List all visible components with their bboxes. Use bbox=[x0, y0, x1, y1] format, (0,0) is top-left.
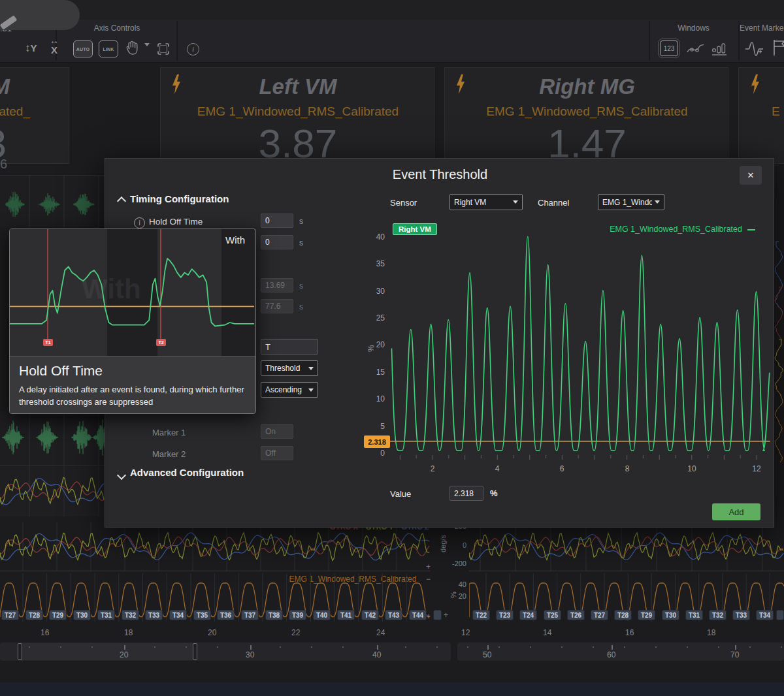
close-button[interactable]: ✕ bbox=[740, 166, 762, 185]
info-icon[interactable]: i bbox=[187, 38, 199, 60]
title-bar bbox=[0, 0, 784, 20]
threshold-chart[interactable] bbox=[387, 223, 773, 466]
lightning-bolt-icon bbox=[750, 74, 760, 95]
y-tick-label: 0 bbox=[365, 449, 385, 458]
pan-hand-icon[interactable] bbox=[125, 37, 140, 59]
sensor-select[interactable]: Right VM bbox=[449, 194, 523, 210]
timeline-marker[interactable]: T38 bbox=[265, 610, 283, 620]
card-subvalue: 6 bbox=[0, 157, 7, 172]
timeline-marker[interactable]: T36 bbox=[217, 610, 235, 620]
timeline-marker[interactable]: T25 bbox=[544, 610, 561, 620]
sensor-label: Sensor bbox=[390, 198, 417, 208]
timeline-marker[interactable]: T41 bbox=[337, 610, 355, 620]
add-button[interactable]: Add bbox=[712, 503, 760, 520]
timeline-marker[interactable]: T27 bbox=[1, 610, 19, 620]
timeline-marker[interactable]: T37 bbox=[241, 610, 259, 620]
timeline-marker[interactable]: T33 bbox=[732, 610, 750, 620]
timeline-marker[interactable]: T42 bbox=[361, 610, 379, 620]
timeline-marker[interactable]: T35 bbox=[193, 610, 211, 620]
y-tick-label: 40 bbox=[365, 232, 385, 242]
time-axis-label: 16 bbox=[41, 628, 49, 637]
threshold-value-input[interactable] bbox=[449, 486, 483, 501]
chevron-down-icon bbox=[513, 200, 518, 204]
x-axis-scale-icon[interactable]: ↔X bbox=[50, 34, 59, 56]
scrollbar-tick-dot bbox=[687, 646, 688, 648]
hold-off-info-icon[interactable]: i bbox=[134, 216, 145, 229]
timeline-marker[interactable]: T23 bbox=[496, 610, 514, 620]
event-name-input[interactable] bbox=[261, 339, 318, 355]
link-axes-icon[interactable]: LINK bbox=[99, 38, 118, 60]
timeline-marker[interactable]: T27 bbox=[591, 610, 608, 620]
app-window: :31 Axis Controls Windows Event Marker ↕… bbox=[0, 0, 784, 696]
hold-off-label: Hold Off Time bbox=[149, 217, 203, 227]
scrollbar-tick-dot bbox=[718, 646, 719, 648]
timeline-marker[interactable]: T34 bbox=[169, 610, 187, 620]
hold-off-input-1[interactable] bbox=[261, 214, 293, 228]
direction-select[interactable]: Ascending bbox=[261, 382, 318, 398]
timeline-marker[interactable]: T31 bbox=[685, 610, 703, 620]
timeline-marker[interactable]: T39 bbox=[289, 610, 306, 620]
timeline-marker[interactable]: T28 bbox=[614, 610, 632, 620]
threshold-value-badge[interactable]: 2.318 bbox=[364, 435, 390, 448]
event-flag-icon[interactable] bbox=[772, 37, 784, 59]
dialog-title: Event Threshold bbox=[340, 167, 540, 182]
zoom-region-icon[interactable] bbox=[155, 38, 171, 60]
timeline-marker[interactable]: T44 bbox=[409, 610, 427, 620]
timeline-marker[interactable]: T32 bbox=[709, 610, 727, 620]
time-axis-label: 12 bbox=[461, 628, 470, 637]
tooltip-text-panel: Hold Off Time A delay initiated after an… bbox=[10, 356, 255, 413]
hold-off-input-2[interactable] bbox=[261, 235, 293, 249]
add-marker-button[interactable]: + bbox=[444, 611, 448, 619]
bar-chart-icon[interactable] bbox=[711, 38, 728, 60]
toolbar-divider bbox=[176, 21, 178, 61]
y-tick-label: 35 bbox=[365, 259, 385, 268]
timeline-marker[interactable]: T32 bbox=[122, 610, 139, 620]
timeline-marker[interactable]: T43 bbox=[385, 610, 402, 620]
x-tick-label: 12 bbox=[749, 464, 764, 473]
timeline-marker[interactable]: T24 bbox=[519, 610, 537, 620]
hold-off-tooltip: With With T1T2 Hold Off Time A delay ini… bbox=[9, 229, 256, 414]
advanced-config-header[interactable]: Advanced Configuration bbox=[130, 467, 244, 478]
timeline-marker[interactable]: T33 bbox=[145, 610, 163, 620]
zoom-in-mini-button[interactable]: + bbox=[426, 563, 431, 571]
scrollbar-tick-dot bbox=[530, 646, 531, 648]
timeline-marker[interactable]: T29 bbox=[638, 610, 655, 620]
pan-dropdown-caret-icon[interactable] bbox=[144, 46, 150, 58]
timeline-marker[interactable]: T30 bbox=[73, 610, 91, 620]
chevron-down-icon bbox=[308, 388, 314, 392]
auto-scale-icon[interactable]: AUTO bbox=[73, 38, 93, 60]
timeline-marker[interactable]: T28 bbox=[25, 610, 43, 620]
timeline-marker[interactable]: T29 bbox=[49, 610, 67, 620]
scrollbar-tick-dot bbox=[311, 646, 312, 648]
app-menu-pill[interactable] bbox=[0, 0, 80, 30]
timeline-marker[interactable]: T34 bbox=[756, 610, 774, 620]
metric-card: Right MG EMG 1_Windowed_RMS_Calibrated 1… bbox=[444, 67, 728, 164]
value-unit-label: % bbox=[490, 488, 498, 498]
timeline-marker[interactable]: T26 bbox=[567, 610, 585, 620]
timeline-marker-partial[interactable] bbox=[433, 610, 442, 620]
scrollbar-selection[interactable] bbox=[20, 643, 195, 660]
scrollbar-handle-right[interactable] bbox=[193, 643, 197, 660]
event-marker-badge: T1 bbox=[43, 339, 53, 346]
y-axis-scale-icon[interactable]: ↕Y bbox=[25, 37, 37, 59]
advanced-config-collapse[interactable] bbox=[118, 469, 125, 481]
scrollbar-tick-label: 70 bbox=[730, 650, 739, 659]
scrollbar-handle-left[interactable] bbox=[18, 643, 22, 660]
scrollbar-tick-label: 20 bbox=[120, 650, 128, 659]
event-marker-section-label: Event Marker bbox=[740, 24, 784, 33]
timeline-marker[interactable]: T30 bbox=[662, 610, 679, 620]
event-wave-icon[interactable] bbox=[745, 38, 764, 60]
x-tick-label: 4 bbox=[489, 464, 505, 473]
timeline-marker[interactable]: T40 bbox=[313, 610, 331, 620]
timeline-marker[interactable]: T22 bbox=[472, 610, 490, 620]
timeline-marker[interactable]: T31 bbox=[97, 610, 115, 620]
timeline-marker-partial[interactable] bbox=[776, 610, 784, 620]
scrollbar-tick bbox=[124, 645, 125, 650]
channel-select[interactable]: EMG 1_Windo bbox=[598, 194, 664, 210]
numeric-display-icon[interactable]: 123 bbox=[660, 37, 678, 59]
close-icon: ✕ bbox=[747, 170, 755, 180]
type-select[interactable]: Threshold bbox=[261, 360, 318, 376]
timing-config-collapse[interactable] bbox=[118, 195, 125, 207]
timing-config-header[interactable]: Timing Configuration bbox=[130, 193, 229, 204]
scatter-plot-icon[interactable] bbox=[686, 38, 704, 60]
